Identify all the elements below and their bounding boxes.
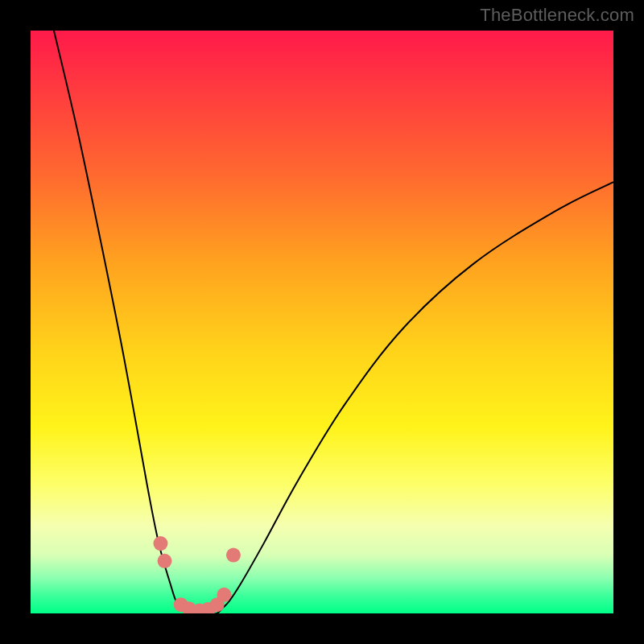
right-dot <box>226 548 241 563</box>
left-dot-lower <box>158 554 172 568</box>
left-curve <box>54 31 194 613</box>
watermark-text: TheBottleneck.com <box>480 5 634 26</box>
trough-markers <box>153 536 241 613</box>
chart-container: TheBottleneck.com <box>0 0 644 644</box>
trough-dot-6 <box>217 588 231 602</box>
chart-svg <box>31 31 613 613</box>
right-curve <box>211 182 613 613</box>
plot-area <box>31 31 613 613</box>
left-dot-upper <box>153 536 167 551</box>
